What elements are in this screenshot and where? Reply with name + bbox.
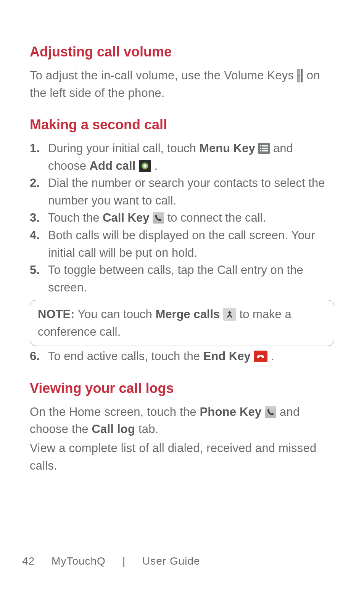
call-key-icon <box>153 212 164 224</box>
svg-rect-4 <box>260 145 261 146</box>
svg-rect-9 <box>262 150 268 151</box>
note-label: NOTE: <box>38 307 74 321</box>
svg-rect-7 <box>262 148 268 149</box>
footer-text: 42 MyTouchQ | User Guide <box>0 555 364 567</box>
section-second-call: Making a second call 1. During your init… <box>30 117 334 365</box>
call-log-label: Call log <box>92 422 135 436</box>
add-call-icon <box>139 160 151 172</box>
step-3: 3. Touch the Call Key to connect the cal… <box>30 209 334 227</box>
svg-rect-5 <box>262 145 268 146</box>
phone-key-label: Phone Key <box>200 405 261 419</box>
svg-rect-12 <box>143 165 147 166</box>
step-4: 4. Both calls will be displayed on the c… <box>30 227 334 261</box>
para-call-logs-1: On the Home screen, touch the Phone Key … <box>30 403 334 438</box>
svg-rect-2 <box>298 76 300 82</box>
para-volume: To adjust the in-call volume, use the Vo… <box>30 67 334 101</box>
step-number: 3. <box>30 209 40 227</box>
section-call-logs: Viewing your call logs On the Home scree… <box>30 380 334 474</box>
svg-rect-8 <box>260 150 261 151</box>
product-name: MyTouchQ <box>52 555 106 567</box>
text: During your initial call, touch <box>48 142 199 155</box>
svg-rect-1 <box>298 69 300 75</box>
heading-call-logs: Viewing your call logs <box>30 380 334 396</box>
text: to connect the call. <box>168 211 266 224</box>
svg-rect-3 <box>301 69 303 82</box>
end-key-label: End Key <box>203 349 251 363</box>
step-number: 1. <box>30 140 40 157</box>
para-call-logs-2: View a complete list of all dialed, rece… <box>30 439 334 474</box>
step-number: 5. <box>30 261 40 279</box>
menu-key-label: Menu Key <box>199 142 255 155</box>
heading-second-call: Making a second call <box>30 117 334 133</box>
text: tab. <box>139 422 159 436</box>
manual-page: Adjusting call volume To adjust the in-c… <box>0 0 364 594</box>
page-number: 42 <box>22 555 35 567</box>
menu-key-icon <box>258 143 270 154</box>
end-key-icon <box>254 351 267 362</box>
text: Dial the number or search your contacts … <box>48 176 325 207</box>
step-2: 2. Dial the number or search your contac… <box>30 174 334 209</box>
note-box: NOTE: You can touch Merge calls to make … <box>30 300 334 346</box>
section-adjusting-volume: Adjusting call volume To adjust the in-c… <box>30 44 334 101</box>
step-5: 5. To toggle between calls, tap the Call… <box>30 261 334 296</box>
text: You can touch <box>78 307 156 321</box>
step-number: 2. <box>30 174 40 192</box>
merge-calls-icon <box>223 308 236 321</box>
steps-list-cont: 6. To end active calls, touch the End Ke… <box>30 348 334 365</box>
text: To end active calls, touch the <box>48 349 203 363</box>
add-call-label: Add call <box>90 159 136 172</box>
text: Touch the <box>48 211 103 224</box>
footer-divider <box>0 548 42 548</box>
call-key-label: Call Key <box>103 211 149 224</box>
step-number: 4. <box>30 227 40 244</box>
text: To adjust the in-call volume, use the Vo… <box>30 69 297 82</box>
text: On the Home screen, touch the <box>30 405 200 419</box>
page-footer: 42 MyTouchQ | User Guide <box>0 548 364 567</box>
guide-title: User Guide <box>142 555 200 567</box>
heading-adjusting-volume: Adjusting call volume <box>30 44 334 60</box>
phone-key-icon <box>265 406 276 418</box>
text: . <box>271 349 274 363</box>
text: . <box>154 159 158 172</box>
step-6: 6. To end active calls, touch the End Ke… <box>30 348 334 365</box>
step-number: 6. <box>30 348 40 365</box>
step-1: 1. During your initial call, touch Menu … <box>30 140 334 174</box>
steps-list: 1. During your initial call, touch Menu … <box>30 140 334 296</box>
svg-rect-6 <box>260 148 261 149</box>
footer-sep: | <box>122 555 126 567</box>
volume-keys-icon <box>297 69 303 82</box>
merge-calls-label: Merge calls <box>155 307 220 321</box>
text: To toggle between calls, tap the Call en… <box>48 263 303 294</box>
text: Both calls will be displayed on the call… <box>48 229 315 259</box>
